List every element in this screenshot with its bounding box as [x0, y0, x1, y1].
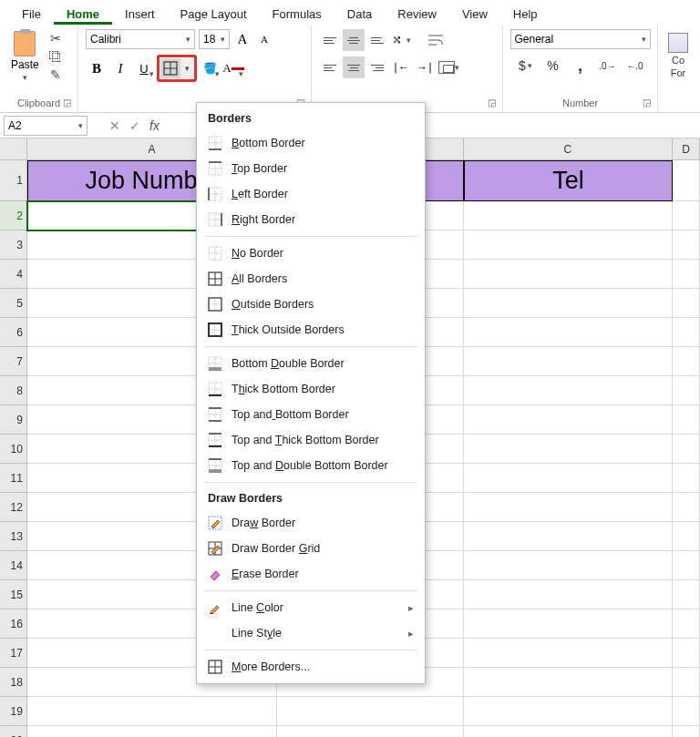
row-header[interactable]: 1 — [0, 160, 27, 201]
row-header[interactable]: 18 — [0, 668, 27, 697]
row-header[interactable]: 13 — [0, 522, 27, 551]
row-header[interactable]: 2 — [0, 201, 27, 230]
menu-item-line-color[interactable]: Line Color▸ — [197, 595, 425, 620]
menu-item-top-and-double-bottom-border[interactable]: Top and Double Bottom Border — [197, 453, 425, 478]
fx-icon[interactable]: fx — [149, 118, 160, 133]
menu-insert[interactable]: Insert — [112, 2, 168, 25]
cell[interactable] — [464, 609, 673, 639]
menu-help[interactable]: Help — [500, 2, 551, 25]
cell[interactable] — [673, 318, 700, 347]
decrease-indent-button[interactable]: ∣← — [390, 56, 412, 78]
increase-indent-button[interactable]: →∣ — [414, 56, 436, 78]
conditional-formatting-button[interactable]: Co For — [665, 29, 691, 82]
cell[interactable] — [673, 201, 700, 230]
align-middle-button[interactable] — [343, 29, 365, 51]
cell[interactable] — [464, 289, 673, 318]
borders-dropdown-button[interactable]: ▾ — [180, 58, 193, 78]
menu-file[interactable]: File — [9, 2, 54, 25]
row-header[interactable]: 20 — [0, 726, 27, 737]
menu-item-draw-border[interactable]: Draw Border — [197, 510, 425, 536]
cell[interactable] — [673, 580, 700, 609]
row-header[interactable]: 19 — [0, 697, 27, 726]
row-header[interactable]: 6 — [0, 318, 27, 347]
cell[interactable] — [464, 405, 673, 435]
align-right-button[interactable] — [366, 56, 388, 78]
cell[interactable] — [464, 347, 673, 376]
menu-item-right-border[interactable]: Right Border — [197, 207, 425, 232]
italic-button[interactable]: I — [109, 57, 131, 79]
cell[interactable] — [464, 201, 673, 230]
cell[interactable] — [673, 493, 700, 522]
cell[interactable] — [673, 435, 700, 464]
align-bottom-button[interactable] — [366, 29, 388, 51]
cell[interactable] — [673, 639, 700, 668]
cell[interactable] — [673, 726, 700, 737]
decrease-font-button[interactable]: A — [255, 30, 273, 48]
decrease-decimal-button[interactable]: ←.0 — [623, 55, 647, 77]
menu-item-bottom-double-border[interactable]: Bottom Double Border — [197, 351, 425, 376]
clipboard-launcher-icon[interactable]: ◲ — [63, 97, 74, 108]
cell[interactable] — [673, 522, 700, 551]
merge-center-button[interactable]: ▾ — [438, 56, 459, 78]
font-color-button[interactable]: A ▾ — [222, 57, 244, 79]
wrap-text-button[interactable] — [425, 29, 447, 51]
cell[interactable] — [464, 376, 673, 405]
number-launcher-icon[interactable]: ◲ — [643, 97, 654, 108]
cell[interactable] — [464, 493, 673, 522]
increase-font-button[interactable]: A — [233, 30, 252, 48]
row-header[interactable]: 17 — [0, 639, 27, 668]
comma-format-button[interactable]: , — [569, 55, 592, 77]
cell[interactable] — [464, 435, 673, 464]
underline-button[interactable]: U▾ — [133, 57, 155, 79]
cell[interactable] — [673, 405, 700, 435]
menu-item-erase-border[interactable]: Erase Border — [197, 561, 425, 587]
row-header[interactable]: 14 — [0, 551, 27, 580]
copy-icon[interactable]: ⿻ — [48, 49, 63, 64]
cell[interactable] — [464, 726, 673, 737]
cell[interactable] — [464, 522, 673, 551]
align-center-button[interactable] — [343, 56, 365, 78]
row-header[interactable]: 15 — [0, 580, 27, 609]
format-painter-icon[interactable]: ✎ — [48, 67, 63, 82]
menu-page-layout[interactable]: Page Layout — [168, 2, 260, 25]
cell[interactable] — [464, 668, 673, 697]
menu-view[interactable]: View — [449, 2, 500, 25]
row-header[interactable]: 11 — [0, 464, 27, 493]
menu-item-thick-bottom-border[interactable]: Thick Bottom Border — [197, 376, 425, 402]
menu-review[interactable]: Review — [385, 2, 449, 25]
select-all-corner[interactable] — [0, 138, 27, 160]
align-top-button[interactable] — [319, 29, 341, 51]
row-header[interactable]: 4 — [0, 260, 27, 289]
menu-item-all-borders[interactable]: All Borders — [197, 266, 425, 292]
bold-button[interactable]: B — [86, 57, 108, 79]
row-header[interactable]: 5 — [0, 289, 27, 318]
cell[interactable] — [464, 580, 673, 609]
cell[interactable] — [673, 376, 700, 405]
col-header-D[interactable]: D — [673, 138, 700, 160]
alignment-launcher-icon[interactable]: ◲ — [488, 97, 499, 108]
cell[interactable] — [464, 697, 673, 726]
row-header[interactable]: 7 — [0, 347, 27, 376]
menu-item-top-and-bottom-border[interactable]: Top and Bottom Border — [197, 402, 425, 427]
menu-item-outside-borders[interactable]: Outside Borders — [197, 292, 425, 317]
cell[interactable] — [464, 464, 673, 493]
menu-formulas[interactable]: Formulas — [260, 2, 335, 25]
menu-item-top-and-thick-bottom-border[interactable]: Top and Thick Bottom Border — [197, 427, 425, 453]
row-header[interactable]: 9 — [0, 405, 27, 435]
cell[interactable] — [464, 551, 673, 580]
menu-item-bottom-border[interactable]: Bottom Border — [197, 130, 425, 156]
col-header-C[interactable]: C — [464, 138, 673, 160]
row-header[interactable]: 12 — [0, 493, 27, 522]
enter-edit-icon[interactable]: ✓ — [129, 118, 140, 133]
cell[interactable] — [464, 318, 673, 347]
paste-dropdown-icon[interactable]: ▾ — [23, 73, 27, 82]
font-size-combo[interactable]: 18 ▾ — [199, 29, 230, 49]
orientation-button[interactable]: ⤭▾ — [390, 29, 412, 51]
menu-item-left-border[interactable]: Left Border — [197, 181, 425, 207]
cancel-edit-icon[interactable]: ✕ — [109, 118, 120, 133]
cell[interactable] — [27, 697, 277, 726]
row-header[interactable]: 16 — [0, 609, 27, 639]
cell[interactable] — [673, 347, 700, 376]
cut-icon[interactable]: ✂ — [48, 31, 63, 46]
cell[interactable] — [673, 697, 700, 726]
